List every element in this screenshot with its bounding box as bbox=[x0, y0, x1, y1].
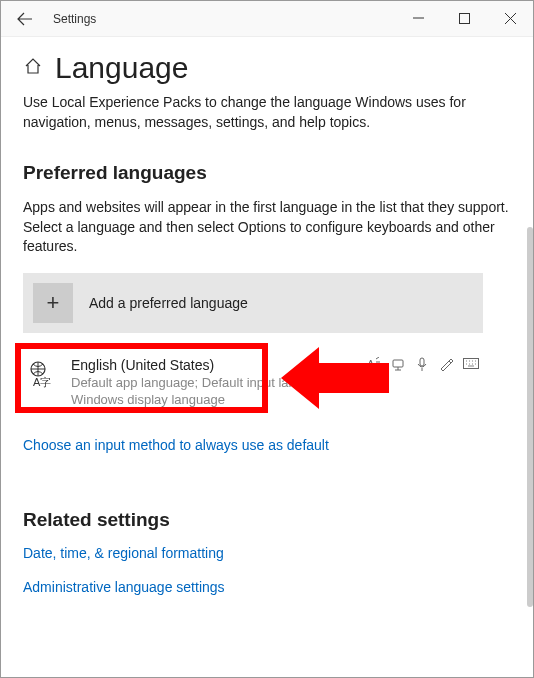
preferred-languages-heading: Preferred languages bbox=[23, 162, 511, 184]
maximize-button[interactable] bbox=[441, 1, 487, 37]
svg-rect-6 bbox=[464, 358, 479, 368]
voice-icon bbox=[415, 357, 429, 374]
back-button[interactable] bbox=[13, 7, 37, 31]
language-name: English (United States) bbox=[71, 357, 367, 373]
handwriting-icon bbox=[439, 357, 453, 374]
add-preferred-language-button[interactable]: + Add a preferred language bbox=[23, 273, 483, 333]
page-header: Language bbox=[23, 51, 511, 85]
titlebar: Settings bbox=[1, 1, 533, 37]
page-description: Use Local Experience Packs to change the… bbox=[23, 93, 511, 132]
plus-icon: + bbox=[33, 283, 73, 323]
language-sub2: Windows display language bbox=[71, 392, 367, 407]
speech-recognition-icon bbox=[391, 357, 405, 374]
app-title: Settings bbox=[53, 12, 96, 26]
svg-rect-4 bbox=[393, 360, 403, 367]
add-preferred-language-label: Add a preferred language bbox=[89, 295, 248, 311]
text-to-speech-icon: A bbox=[367, 357, 381, 374]
administrative-language-link[interactable]: Administrative language settings bbox=[23, 579, 511, 595]
svg-rect-0 bbox=[459, 14, 469, 24]
preferred-languages-description: Apps and websites will appear in the fir… bbox=[23, 198, 511, 257]
language-globe-icon: A字 bbox=[27, 359, 57, 407]
minimize-icon bbox=[413, 13, 424, 24]
language-row[interactable]: A字 English (United States) Default app l… bbox=[23, 345, 483, 419]
content-area: Language Use Local Experience Packs to c… bbox=[1, 37, 533, 678]
close-icon bbox=[505, 13, 516, 24]
back-arrow-icon bbox=[17, 11, 33, 27]
svg-rect-5 bbox=[420, 358, 424, 366]
minimize-button[interactable] bbox=[395, 1, 441, 37]
close-button[interactable] bbox=[487, 1, 533, 37]
related-settings-heading: Related settings bbox=[23, 509, 511, 531]
maximize-icon bbox=[459, 13, 470, 24]
scrollbar[interactable] bbox=[527, 227, 533, 607]
window-controls bbox=[395, 1, 533, 37]
language-feature-icons: A bbox=[367, 357, 479, 407]
language-sub1: Default app language; Default input lang… bbox=[71, 375, 367, 390]
svg-text:A字: A字 bbox=[33, 376, 51, 388]
page-title: Language bbox=[55, 51, 188, 85]
svg-text:A: A bbox=[367, 358, 375, 370]
keyboard-icon bbox=[463, 357, 479, 373]
language-info: English (United States) Default app lang… bbox=[71, 357, 367, 407]
choose-input-method-link[interactable]: Choose an input method to always use as … bbox=[23, 437, 511, 453]
home-icon bbox=[23, 56, 43, 80]
date-time-regional-link[interactable]: Date, time, & regional formatting bbox=[23, 545, 511, 561]
